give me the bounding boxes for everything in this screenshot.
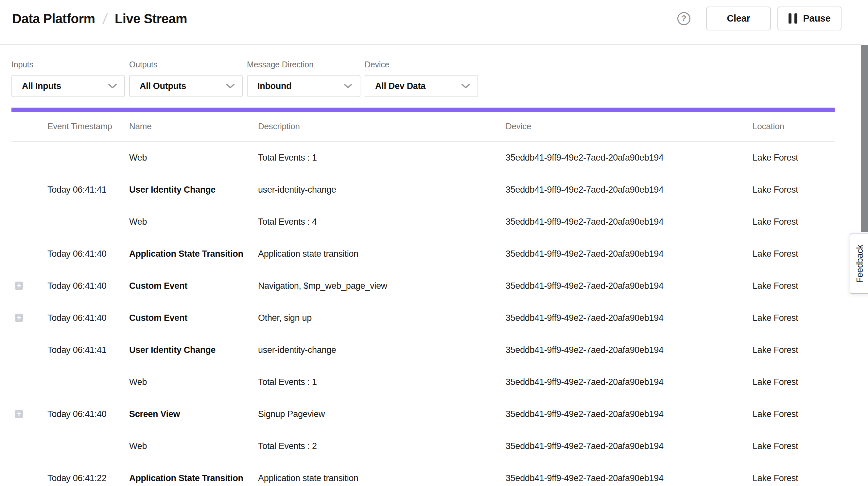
- expand-plus-button[interactable]: +: [15, 314, 23, 322]
- cell-location: Lake Forest: [752, 217, 835, 227]
- page-scrollbar-thumb[interactable]: [861, 45, 868, 232]
- chevron-down-icon: [343, 83, 352, 89]
- expander-cell: +: [11, 314, 48, 322]
- cell-location: Lake Forest: [752, 153, 835, 163]
- column-header-name: Name: [129, 121, 258, 131]
- cell-location: Lake Forest: [752, 249, 835, 259]
- inputs-select-value: All Inputs: [22, 81, 61, 91]
- cell-device: 35eddb41-9ff9-49e2-7aed-20afa90eb194: [506, 281, 752, 291]
- filter-group-device: Device All Dev Data: [365, 60, 478, 97]
- table-row[interactable]: Today 06:41:22Application State Transiti…: [11, 462, 835, 486]
- cell-name: Custom Event: [129, 281, 258, 291]
- filter-bar: Inputs All Inputs Outputs All Outputs Me…: [11, 60, 868, 97]
- cell-location: Lake Forest: [752, 185, 835, 195]
- live-stream-table: Event Timestamp Name Description Device …: [11, 112, 835, 486]
- cell-location: Lake Forest: [752, 281, 835, 291]
- table-row[interactable]: Today 06:41:40Application State Transiti…: [11, 238, 835, 270]
- column-header-description: Description: [258, 121, 506, 131]
- pause-button-label: Pause: [803, 13, 831, 24]
- cell-location: Lake Forest: [752, 345, 835, 355]
- table-row[interactable]: +Today 06:41:40Screen ViewSignup Pagevie…: [11, 398, 835, 430]
- page-title: Live Stream: [115, 11, 187, 26]
- partial-table-row: Today 06:41:22Application State Transiti…: [11, 484, 835, 486]
- outputs-select[interactable]: All Outputs: [129, 75, 243, 97]
- cell-device: 35eddb41-9ff9-49e2-7aed-20afa90eb194: [506, 473, 752, 483]
- table-row[interactable]: Today 06:41:41User Identity Changeuser-i…: [11, 334, 835, 366]
- cell-device: 35eddb41-9ff9-49e2-7aed-20afa90eb194: [506, 409, 752, 419]
- cell-description: Other, sign up: [258, 313, 506, 323]
- table-body: WebTotal Events : 135eddb41-9ff9-49e2-7a…: [11, 142, 835, 486]
- cell-location: Lake Forest: [752, 377, 835, 387]
- table-header-row: Event Timestamp Name Description Device …: [11, 112, 835, 142]
- cell-device: 35eddb41-9ff9-49e2-7aed-20afa90eb194: [506, 185, 752, 195]
- device-select-value: All Dev Data: [375, 81, 426, 91]
- feedback-tab-label: Feedback: [855, 245, 865, 283]
- cell-description: Total Events : 2: [258, 441, 506, 451]
- cell-timestamp: Today 06:41:40: [48, 249, 129, 259]
- header-controls: ? Clear Pause: [677, 6, 841, 30]
- outputs-select-value: All Outputs: [140, 81, 186, 91]
- table-row[interactable]: +Today 06:41:40Custom EventOther, sign u…: [11, 302, 835, 334]
- pause-button[interactable]: Pause: [777, 6, 841, 30]
- expand-plus-button[interactable]: +: [15, 282, 23, 290]
- cell-timestamp: Today 06:41:40: [48, 409, 129, 419]
- expander-cell: +: [11, 282, 48, 290]
- table-row[interactable]: Today 06:41:22Application State Transiti…: [11, 484, 835, 486]
- filter-group-message-direction: Message Direction Inbound: [247, 60, 361, 97]
- message-direction-select[interactable]: Inbound: [247, 75, 361, 97]
- cell-device: 35eddb41-9ff9-49e2-7aed-20afa90eb194: [506, 217, 752, 227]
- filter-label: Device: [365, 60, 478, 69]
- expander-cell: +: [11, 410, 48, 418]
- cell-name: Screen View: [129, 409, 258, 419]
- cell-name: User Identity Change: [129, 345, 258, 355]
- cell-name: Web: [129, 153, 258, 163]
- cell-device: 35eddb41-9ff9-49e2-7aed-20afa90eb194: [506, 377, 752, 387]
- device-select[interactable]: All Dev Data: [365, 75, 478, 97]
- cell-description: Application state transition: [258, 249, 506, 259]
- cell-description: Total Events : 1: [258, 153, 506, 163]
- cell-timestamp: Today 06:41:41: [48, 345, 129, 355]
- cell-description: Total Events : 1: [258, 377, 506, 387]
- breadcrumb-separator: /: [94, 10, 116, 28]
- clear-button[interactable]: Clear: [706, 6, 771, 30]
- cell-device: 35eddb41-9ff9-49e2-7aed-20afa90eb194: [506, 345, 752, 355]
- table-row[interactable]: WebTotal Events : 235eddb41-9ff9-49e2-7a…: [11, 430, 835, 462]
- column-header-timestamp: Event Timestamp: [48, 121, 129, 131]
- cell-location: Lake Forest: [752, 409, 835, 419]
- message-direction-select-value: Inbound: [257, 81, 291, 91]
- cell-device: 35eddb41-9ff9-49e2-7aed-20afa90eb194: [506, 249, 752, 259]
- cell-name: Web: [129, 441, 258, 451]
- app-header: Data Platform / Live Stream ? Clear Paus…: [0, 0, 868, 45]
- feedback-tab[interactable]: Feedback: [850, 234, 868, 294]
- cell-device: 35eddb41-9ff9-49e2-7aed-20afa90eb194: [506, 441, 752, 451]
- cell-location: Lake Forest: [752, 441, 835, 451]
- filter-label: Inputs: [11, 60, 125, 69]
- cell-description: user-identity-change: [258, 185, 506, 195]
- table-row[interactable]: +Today 06:41:40Custom EventNavigation, $…: [11, 270, 835, 302]
- cell-device: 35eddb41-9ff9-49e2-7aed-20afa90eb194: [506, 313, 752, 323]
- filter-group-outputs: Outputs All Outputs: [129, 60, 243, 97]
- table-row[interactable]: WebTotal Events : 135eddb41-9ff9-49e2-7a…: [11, 366, 835, 398]
- pause-icon: [788, 13, 797, 24]
- cell-name: Web: [129, 377, 258, 387]
- cell-description: user-identity-change: [258, 345, 506, 355]
- inputs-select[interactable]: All Inputs: [11, 75, 125, 97]
- table-row[interactable]: WebTotal Events : 135eddb41-9ff9-49e2-7a…: [11, 142, 835, 174]
- cell-name: User Identity Change: [129, 185, 258, 195]
- cell-name: Custom Event: [129, 313, 258, 323]
- chevron-down-icon: [461, 83, 470, 89]
- help-icon[interactable]: ?: [677, 12, 690, 25]
- cell-name: Application State Transition: [129, 473, 258, 483]
- cell-description: Application state transition: [258, 473, 506, 483]
- cell-name: Application State Transition: [129, 249, 258, 259]
- cell-location: Lake Forest: [752, 473, 835, 483]
- chevron-down-icon: [226, 83, 235, 89]
- expand-plus-button[interactable]: +: [15, 410, 23, 418]
- table-row[interactable]: Today 06:41:41User Identity Changeuser-i…: [11, 174, 835, 206]
- cell-description: Signup Pageview: [258, 409, 506, 419]
- breadcrumb-parent[interactable]: Data Platform: [12, 11, 95, 26]
- table-row[interactable]: WebTotal Events : 435eddb41-9ff9-49e2-7a…: [11, 206, 835, 238]
- cell-description: Total Events : 4: [258, 217, 506, 227]
- filter-label: Outputs: [129, 60, 243, 69]
- cell-timestamp: Today 06:41:41: [48, 185, 129, 195]
